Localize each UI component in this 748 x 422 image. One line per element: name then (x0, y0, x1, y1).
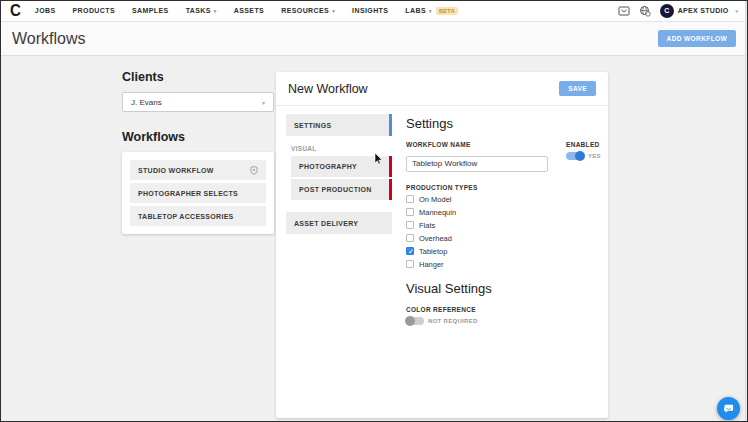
enabled-toggle[interactable] (566, 152, 584, 160)
workflow-item-tabletop-accessories[interactable]: TABLETOP ACCESSORIES (130, 206, 266, 226)
chevron-down-icon: ▾ (214, 8, 217, 14)
nav-item-assets[interactable]: ASSETS (234, 7, 264, 14)
client-select-value: J. Evans (131, 98, 162, 107)
account-menu[interactable]: C APEX STUDIO ▾ (660, 4, 738, 18)
checkbox-row-hanger[interactable]: Hanger (406, 260, 601, 269)
workflow-tabs: SETTINGS VISUAL PHOTOGRAPHY POST PRODUCT… (286, 114, 392, 325)
checkbox-row-mannequin[interactable]: Mannequin (406, 208, 601, 217)
beta-badge: BETA (436, 7, 458, 15)
checkbox-overhead[interactable] (406, 234, 414, 242)
nav-item-insights[interactable]: INSIGHTS (352, 7, 388, 14)
nav-right-cluster: C APEX STUDIO ▾ (618, 4, 738, 18)
tab-group-visual-label: VISUAL (291, 145, 392, 152)
enabled-label: ENABLED (566, 141, 601, 148)
page-header: Workflows ADD WORKFLOW (0, 22, 748, 56)
workflows-card: STUDIO WORKFLOW PHOTOGRAPHER SELECTS TAB… (122, 152, 274, 234)
checkbox-on-model[interactable] (406, 195, 414, 203)
production-types-list: On Model Mannequin Flats Overhead Tablet… (406, 195, 601, 269)
enabled-state-label: YES (588, 153, 601, 159)
app-logo[interactable]: C (10, 2, 21, 20)
chevron-down-icon: ▾ (735, 8, 738, 14)
color-reference-state-label: NOT REQUIRED (428, 318, 478, 324)
checkbox-tabletop[interactable] (406, 247, 414, 255)
workflow-name-input[interactable] (406, 156, 548, 172)
clients-heading: Clients (122, 70, 274, 84)
nav-item-samples[interactable]: SAMPLES (132, 7, 169, 14)
nav-item-tasks[interactable]: TASKS▾ (186, 7, 217, 14)
top-nav: C JOBS PRODUCTS SAMPLES TASKS▾ ASSETS RE… (0, 0, 748, 22)
new-workflow-panel: New Workflow SAVE SETTINGS VISUAL PHOTOG… (276, 72, 608, 418)
checkbox-row-flats[interactable]: Flats (406, 221, 601, 230)
production-types-label: PRODUCTION TYPES (406, 184, 601, 191)
checkbox-mannequin[interactable] (406, 208, 414, 216)
shield-icon (250, 166, 258, 175)
checkbox-row-overhead[interactable]: Overhead (406, 234, 601, 243)
workflow-name-label: WORKFLOW NAME (406, 141, 548, 148)
tab-photography[interactable]: PHOTOGRAPHY (291, 156, 392, 177)
main-menu: JOBS PRODUCTS SAMPLES TASKS▾ ASSETS RESO… (35, 0, 475, 21)
chevron-down-icon: ▾ (429, 8, 432, 14)
settings-heading: Settings (406, 116, 601, 131)
workflow-item-photographer-selects[interactable]: PHOTOGRAPHER SELECTS (130, 183, 266, 203)
workflows-heading: Workflows (122, 130, 274, 144)
chat-icon (723, 403, 734, 414)
sidebar: Clients J. Evans ▾ Workflows STUDIO WORK… (122, 70, 274, 234)
checkbox-flats[interactable] (406, 221, 414, 229)
nav-item-resources[interactable]: RESOURCES▾ (281, 7, 335, 14)
toggle-knob (575, 151, 585, 161)
panel-header: New Workflow SAVE (276, 72, 608, 106)
tab-settings[interactable]: SETTINGS (286, 114, 392, 136)
checkbox-row-on-model[interactable]: On Model (406, 195, 601, 204)
checkbox-hanger[interactable] (406, 260, 414, 268)
account-name: APEX STUDIO (678, 7, 729, 14)
color-reference-label: COLOR REFERENCE (406, 306, 601, 313)
panel-title: New Workflow (288, 82, 368, 96)
client-select[interactable]: J. Evans ▾ (122, 92, 274, 112)
page-title: Workflows (12, 30, 86, 48)
nav-item-labs[interactable]: LABS▾BETA (405, 7, 458, 15)
inbox-icon[interactable] (618, 5, 630, 17)
visual-settings-heading: Visual Settings (406, 281, 601, 296)
save-button[interactable]: SAVE (559, 81, 596, 96)
chevron-down-icon: ▾ (262, 99, 265, 106)
toggle-knob (405, 316, 415, 326)
panel-body: SETTINGS VISUAL PHOTOGRAPHY POST PRODUCT… (276, 106, 608, 325)
globe-icon[interactable] (639, 5, 651, 17)
tab-asset-delivery[interactable]: ASSET DELIVERY (286, 212, 392, 234)
add-workflow-button[interactable]: ADD WORKFLOW (658, 30, 736, 47)
color-reference-toggle[interactable] (406, 317, 424, 325)
settings-form: Settings WORKFLOW NAME ENABLED YES PRODU… (392, 114, 601, 325)
workflow-item-studio-workflow[interactable]: STUDIO WORKFLOW (130, 160, 266, 180)
tab-post-production[interactable]: POST PRODUCTION (291, 179, 392, 200)
nav-item-products[interactable]: PRODUCTS (73, 7, 115, 14)
chat-launcher-button[interactable] (717, 397, 740, 420)
checkbox-row-tabletop[interactable]: Tabletop (406, 247, 601, 256)
avatar: C (660, 4, 674, 18)
nav-item-jobs[interactable]: JOBS (35, 7, 56, 14)
chevron-down-icon: ▾ (332, 8, 335, 14)
